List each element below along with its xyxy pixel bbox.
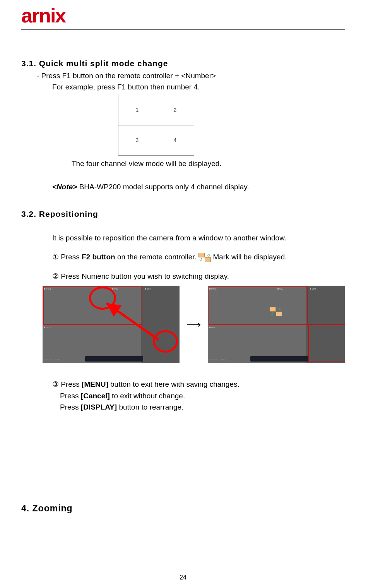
step1-mid: on the remote controller. bbox=[115, 253, 198, 261]
section-3-1-heading: 3.1. Quick multi split mode change bbox=[21, 57, 345, 70]
section-4-heading: 4. Zooming bbox=[21, 502, 345, 516]
step3-bold: [MENU] bbox=[82, 380, 108, 388]
step3-post: button to exit here with saving changes. bbox=[108, 380, 239, 388]
step5-post: button to rearrange. bbox=[117, 403, 183, 411]
sec32-step3: ③ Press [MENU] button to exit here with … bbox=[52, 379, 345, 390]
step4-post: to exit without change. bbox=[110, 392, 185, 400]
step4-pre: Press bbox=[60, 392, 81, 400]
sec31-line1: - Press F1 button on the remote controll… bbox=[37, 70, 345, 81]
note-label: <Note> bbox=[52, 183, 77, 191]
step5-pre: Press bbox=[60, 403, 81, 411]
drag-arrow bbox=[101, 297, 174, 348]
transition-arrow-icon: ⟶ bbox=[186, 317, 201, 332]
step1-bold: F2 button bbox=[82, 253, 115, 261]
sec32-step5: Press [DISPLAY] button to rearrange. bbox=[60, 401, 345, 413]
section-3-2-heading: 3.2. Repositioning bbox=[21, 208, 345, 221]
page-number: 24 bbox=[0, 574, 366, 581]
swap-icon-center: ↻ ↺ bbox=[270, 307, 282, 316]
grid-cell-4: 4 bbox=[156, 125, 194, 156]
step5-bold: [DISPLAY] bbox=[81, 403, 117, 411]
sec32-step1: ① Press F2 button on the remote controll… bbox=[52, 251, 345, 262]
sec32-step4: Press [Cancel] to exit without change. bbox=[60, 390, 345, 401]
grid-cell-2: 2 bbox=[156, 95, 194, 125]
step3-pre: ③ Press bbox=[52, 380, 82, 388]
logo-block: arnix bbox=[21, 0, 345, 27]
repositioning-screenshots: ■ 0 0 1 ■ 002 ■ 0 0 3 ■ 004 CTL-01-L-000… bbox=[43, 286, 345, 363]
grid-cell-1: 1 bbox=[118, 95, 156, 125]
sec31-line2: For example, press F1 button then number… bbox=[52, 81, 345, 93]
sec32-intro: It is possible to reposition the camera … bbox=[52, 232, 345, 243]
sec31-caption: The four channel view mode will be displ… bbox=[72, 158, 345, 169]
step1-pre: ① Press bbox=[52, 253, 82, 261]
four-channel-grid: 1 2 3 4 bbox=[118, 95, 194, 156]
step1-post: Mark will be displayed. bbox=[213, 253, 287, 261]
step4-bold: [Cancel] bbox=[81, 392, 110, 400]
screenshot-before: ■ 0 0 1 ■ 002 ■ 0 0 3 ■ 004 CTL-01-L-000… bbox=[43, 286, 180, 363]
brand-logo: arnix bbox=[21, 4, 65, 27]
screenshot-after: ■ 0 0 1 ■ 002 ■ 0 0 3 ■ 004 CTL-01-L-000… bbox=[208, 286, 345, 363]
swap-icon: ↻ ↺ bbox=[198, 253, 211, 262]
sec32-step2: ② Press Numeric button you wish to switc… bbox=[52, 271, 345, 282]
grid-cell-3: 3 bbox=[118, 125, 156, 156]
svg-line-0 bbox=[106, 303, 159, 340]
sec31-note: <Note> BHA-WP200 model supports only 4 c… bbox=[52, 181, 345, 192]
note-text: BHA-WP200 model supports only 4 channel … bbox=[77, 183, 249, 191]
